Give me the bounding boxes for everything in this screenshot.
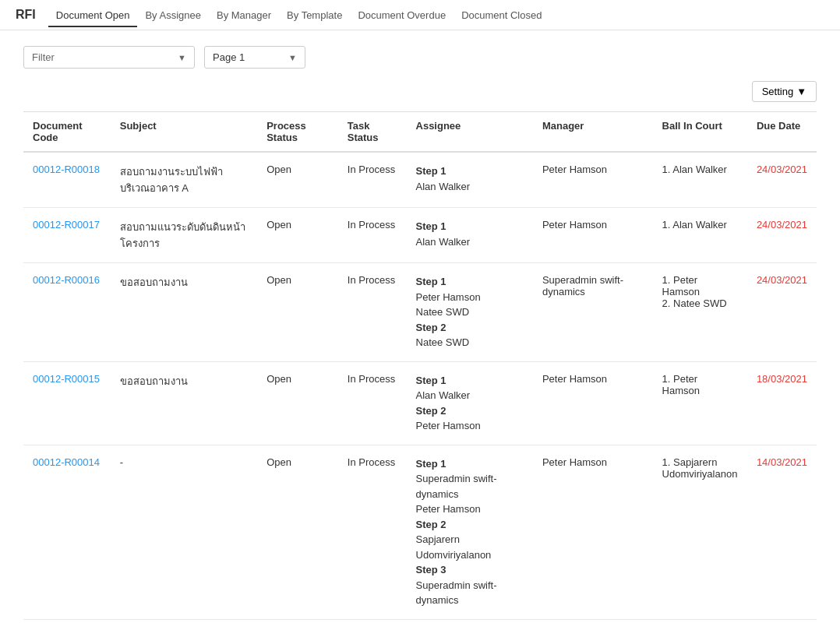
table-row: 00012-R00017สอบถามแนวระดับดันดินหน้าโครง… — [23, 208, 817, 263]
manager-cell: Superadmin swift-dynamics — [533, 263, 653, 362]
task-status-cell: In Process — [338, 445, 407, 619]
th-task_status: Task Status — [338, 112, 407, 153]
page-dropdown[interactable]: Page 1 ▼ — [204, 46, 305, 69]
nav-tab-document-closed[interactable]: Document Closed — [454, 5, 549, 27]
filter-row: Filter ▼ Page 1 ▼ — [23, 46, 817, 69]
process-status-cell: Open — [257, 263, 338, 362]
assignee-cell: Step 1Peter HamsonNatee SWDStep 2Natee S… — [407, 263, 533, 362]
ball-in-court-cell: 1. Peter Hamson 2. Natee SWD — [653, 263, 747, 362]
subject-cell: - — [111, 445, 257, 619]
due-date-cell: 24/03/2021 — [747, 152, 817, 208]
assignee-cell: Step 1Alan WalkerStep 2Peter Hamson — [407, 361, 533, 445]
table-row: 00012-R00015ขอสอบถามงานOpenIn ProcessSte… — [23, 361, 817, 445]
process-status-cell: Open — [257, 208, 338, 263]
doc-code-link[interactable]: 00012-R00017 — [33, 219, 100, 231]
th-assignee: Assignee — [407, 112, 533, 153]
due-date-cell: 18/03/2021 — [747, 361, 817, 445]
top-navigation: RFI Document OpenBy AssigneeBy ManagerBy… — [0, 0, 840, 30]
due-date-cell: 24/03/2021 — [747, 208, 817, 263]
task-status-cell: In Process — [338, 208, 407, 263]
ball-in-court-cell: 1. Alan Walker — [653, 152, 747, 208]
filter-left: Filter ▼ Page 1 ▼ — [23, 46, 305, 69]
subject-cell: ขอสอบถามงาน — [111, 361, 257, 445]
manager-cell: Peter Hamson — [533, 445, 653, 619]
due-date-cell: 24/03/2021 — [747, 263, 817, 362]
doc-code-link[interactable]: 00012-R00014 — [33, 456, 100, 468]
filter-label: Filter — [32, 51, 55, 63]
nav-tab-by-template[interactable]: By Template — [279, 5, 350, 27]
setting-chevron: ▼ — [796, 86, 806, 97]
ball-in-court-cell: 1. Sapjarern Udomviriyalanon — [653, 445, 747, 619]
brand-logo: RFI — [16, 8, 36, 22]
assignee-cell: Step 1Alan Walker — [407, 152, 533, 208]
task-status-cell: In Process — [338, 263, 407, 362]
th-subject: Subject — [111, 112, 257, 153]
doc-code-link[interactable]: 00012-R00018 — [33, 164, 100, 175]
process-status-cell: Open — [257, 361, 338, 445]
filter-dropdown[interactable]: Filter ▼ — [23, 46, 195, 69]
subject-cell: สอบถามแนวระดับดันดินหน้าโครงการ — [111, 208, 257, 263]
th-ball_in_court: Ball In Court — [653, 112, 747, 153]
due-date-cell: 14/03/2021 — [747, 445, 817, 619]
th-manager: Manager — [533, 112, 653, 153]
setting-button[interactable]: Setting ▼ — [752, 81, 817, 102]
nav-tab-by-assignee[interactable]: By Assignee — [137, 5, 209, 27]
task-status-cell: In Process — [338, 361, 407, 445]
table-row: 00012-R00018สอบถามงานระบบไฟฟ้าบริเวณอาคา… — [23, 152, 817, 208]
doc-code-link[interactable]: 00012-R00015 — [33, 373, 100, 385]
data-table: Document CodeSubjectProcess StatusTask S… — [23, 111, 817, 620]
filter-chevron: ▼ — [178, 53, 186, 62]
manager-cell: Peter Hamson — [533, 361, 653, 445]
th-process_status: Process Status — [257, 112, 338, 153]
manager-cell: Peter Hamson — [533, 152, 653, 208]
nav-tab-document-open[interactable]: Document Open — [48, 5, 138, 27]
subject-cell: สอบถามงานระบบไฟฟ้าบริเวณอาคาร A — [111, 152, 257, 208]
ball-in-court-cell: 1. Alan Walker — [653, 208, 747, 263]
assignee-cell: Step 1Superadmin swift-dynamicsPeter Ham… — [407, 445, 533, 619]
process-status-cell: Open — [257, 445, 338, 619]
doc-code-link[interactable]: 00012-R00016 — [33, 274, 100, 286]
task-status-cell: In Process — [338, 152, 407, 208]
setting-label: Setting — [762, 86, 793, 97]
manager-cell: Peter Hamson — [533, 208, 653, 263]
table-body: 00012-R00018สอบถามงานระบบไฟฟ้าบริเวณอาคา… — [23, 152, 817, 619]
table-row: 00012-R00014-OpenIn ProcessStep 1Superad… — [23, 445, 817, 619]
nav-tab-document-overdue[interactable]: Document Overdue — [350, 5, 454, 27]
nav-tabs: Document OpenBy AssigneeBy ManagerBy Tem… — [48, 9, 550, 21]
nav-tab-by-manager[interactable]: By Manager — [209, 5, 279, 27]
assignee-cell: Step 1Alan Walker — [407, 208, 533, 263]
table-row: 00012-R00016ขอสอบถามงานOpenIn ProcessSte… — [23, 263, 817, 362]
main-content: Filter ▼ Page 1 ▼ Setting ▼ Document Cod… — [0, 30, 840, 623]
setting-row: Setting ▼ — [23, 81, 817, 102]
th-due_date: Due Date — [747, 112, 817, 153]
page-label: Page 1 — [213, 51, 245, 63]
ball-in-court-cell: 1. Peter Hamson — [653, 361, 747, 445]
th-doc_code: Document Code — [23, 112, 111, 153]
subject-cell: ขอสอบถามงาน — [111, 263, 257, 362]
process-status-cell: Open — [257, 152, 338, 208]
page-chevron: ▼ — [288, 53, 297, 62]
table-header: Document CodeSubjectProcess StatusTask S… — [23, 112, 817, 153]
